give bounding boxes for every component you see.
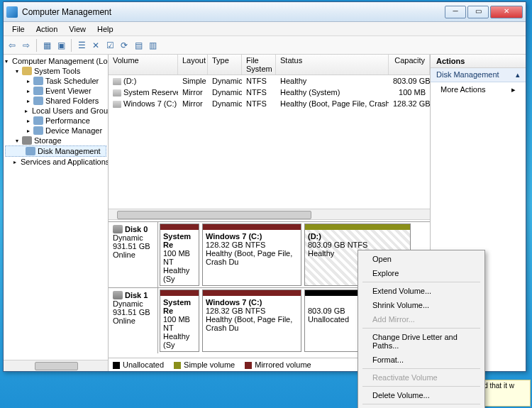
- tree-system-tools[interactable]: ▾System Tools: [5, 66, 106, 76]
- tool-icon[interactable]: ▦: [41, 40, 52, 51]
- window-title: Computer Management: [22, 7, 443, 17]
- tree-item[interactable]: ▸Shared Folders: [5, 96, 106, 106]
- tree-item[interactable]: ▸Device Manager: [5, 126, 106, 136]
- disk-label[interactable]: Disk 1Dynamic931.51 GBOnline: [109, 288, 158, 353]
- legend-unallocated: Unallocated: [123, 360, 164, 369]
- legend-simple: Simple volume: [184, 360, 235, 369]
- tree-root[interactable]: ▾Computer Management (Local: [5, 56, 106, 66]
- horizontal-scrollbar[interactable]: [4, 360, 108, 371]
- context-menu-item[interactable]: Format...: [360, 353, 483, 367]
- context-menu-item[interactable]: Explore: [360, 266, 483, 280]
- table-row[interactable]: Windows 7 (C:)MirrorDynamicNTFSHealthy (…: [109, 98, 430, 109]
- tree-item[interactable]: ▸Local Users and Groups: [5, 106, 106, 116]
- separator: [362, 282, 480, 282]
- table-row[interactable]: (D:)SimpleDynamicNTFSHealthy803.09 GB: [109, 75, 430, 87]
- tool-icon[interactable]: ▥: [147, 40, 158, 51]
- tree-storage[interactable]: ▾Storage: [5, 136, 106, 145]
- context-menu: OpenExploreExtend Volume...Shrink Volume…: [358, 250, 485, 408]
- separator: [71, 39, 72, 52]
- partition[interactable]: Windows 7 (C:)128.32 GB NTFSHealthy (Boo…: [202, 290, 301, 352]
- titlebar[interactable]: Computer Management ─ ▭ ✕: [4, 2, 526, 22]
- separator: [362, 328, 480, 329]
- close-button[interactable]: ✕: [490, 6, 523, 18]
- toolbar: ⇦ ⇨ ▦ ▣ ☰ ✕ ☑ ⟳ ▤ ▥: [4, 36, 526, 55]
- refresh-icon[interactable]: ⟳: [118, 40, 130, 51]
- forward-icon[interactable]: ⇨: [21, 40, 32, 51]
- actions-more[interactable]: More Actions▸: [431, 82, 526, 97]
- tree-item[interactable]: ▸Performance: [5, 116, 106, 126]
- tree-item[interactable]: ▸Event Viewer: [5, 86, 106, 96]
- horizontal-scrollbar[interactable]: [109, 209, 430, 220]
- menu-view[interactable]: View: [63, 23, 92, 35]
- disk-icon: [113, 291, 123, 299]
- partition[interactable]: Windows 7 (C:)128.32 GB NTFSHealthy (Boo…: [202, 224, 301, 286]
- context-menu-item[interactable]: Delete Volume...: [360, 388, 483, 402]
- partition[interactable]: System Re100 MB NTHealthy (Sy: [160, 224, 199, 286]
- app-icon: [6, 6, 18, 18]
- col-volume[interactable]: Volume: [109, 55, 178, 75]
- tool-icon[interactable]: ☑: [104, 40, 116, 51]
- separator: [362, 368, 480, 369]
- tree-disk-management[interactable]: Disk Management: [5, 145, 106, 157]
- col-capacity[interactable]: Capacity: [389, 55, 430, 75]
- table-row[interactable]: System ReservedMirrorDynamicNTFSHealthy …: [109, 87, 430, 98]
- context-menu-item: Add Mirror...: [360, 312, 483, 326]
- context-menu-item[interactable]: Extend Volume...: [360, 284, 483, 298]
- separator: [362, 404, 480, 404]
- maximize-button[interactable]: ▭: [467, 6, 489, 18]
- context-menu-item[interactable]: Change Drive Letter and Paths...: [360, 330, 483, 353]
- table-header: Volume Layout Type File System Status Ca…: [109, 55, 430, 75]
- menu-help[interactable]: Help: [92, 23, 119, 35]
- disk-label[interactable]: Disk 0Dynamic931.51 GBOnline: [109, 222, 158, 287]
- context-menu-item[interactable]: Shrink Volume...: [360, 298, 483, 312]
- legend-mirrored: Mirrored volume: [255, 360, 311, 369]
- context-menu-item[interactable]: Open: [360, 252, 483, 266]
- col-fs[interactable]: File System: [242, 55, 276, 75]
- context-menu-item: Reactivate Volume: [360, 370, 483, 385]
- partition[interactable]: System Re100 MB NTHealthy (Sy: [160, 290, 199, 352]
- separator: [36, 39, 37, 52]
- menu-file[interactable]: File: [6, 23, 31, 35]
- back-icon[interactable]: ⇦: [6, 40, 18, 51]
- menubar: File Action View Help: [4, 22, 526, 36]
- separator: [362, 386, 480, 387]
- volume-list: Volume Layout Type File System Status Ca…: [109, 55, 430, 209]
- col-type[interactable]: Type: [208, 55, 242, 75]
- minimize-button[interactable]: ─: [445, 6, 466, 18]
- col-layout[interactable]: Layout: [178, 55, 208, 75]
- tree-pane: ▾Computer Management (Local ▾System Tool…: [4, 55, 109, 371]
- actions-section[interactable]: Disk Management▴: [431, 68, 526, 82]
- tool-icon[interactable]: ▣: [55, 40, 67, 51]
- col-status[interactable]: Status: [276, 55, 389, 75]
- menu-action[interactable]: Action: [31, 23, 64, 35]
- tool-icon[interactable]: ✕: [90, 40, 101, 51]
- tree-item[interactable]: ▸Task Scheduler: [5, 76, 106, 86]
- collapse-icon: ▴: [516, 70, 520, 79]
- actions-header: Actions: [431, 55, 526, 68]
- tree-services[interactable]: ▸Services and Applications: [5, 157, 106, 167]
- disk-icon: [113, 225, 123, 233]
- tool-icon[interactable]: ☰: [76, 40, 87, 51]
- tool-icon[interactable]: ▤: [133, 40, 144, 51]
